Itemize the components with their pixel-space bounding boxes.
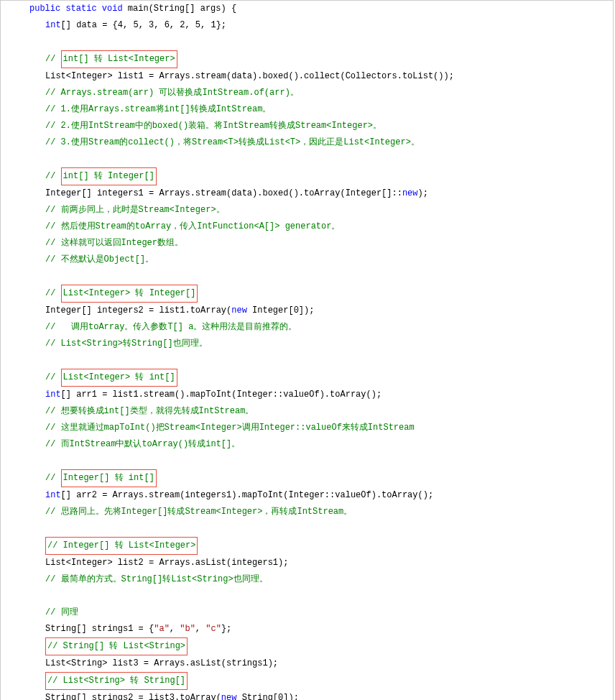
comment: // 而IntStream中默认toArray()转成int[]。 xyxy=(45,439,240,449)
keyword: new xyxy=(221,693,237,700)
code-line: // 2.使用IntStream中的boxed()装箱。将IntStream转换… xyxy=(1,118,613,134)
code-line: // 1.使用Arrays.stream将int[]转换成IntStream。 xyxy=(1,101,613,118)
highlighted-comment: List<Integer> 转 Integer[] xyxy=(61,285,198,303)
highlighted-comment: int[] 转 Integer[] xyxy=(61,167,157,185)
code-line: // Arrays.stream(arr) 可以替换成IntStream.of(… xyxy=(1,85,613,101)
code-line: int[] arr1 = list1.stream().mapToInt(Int… xyxy=(1,387,613,403)
code-line: // 这里就通过mapToInt()把Stream<Integer>调用Inte… xyxy=(1,420,613,436)
code-block: public static void main(String[] args) {… xyxy=(0,0,614,700)
code-line: String[] strings2 = list3.toArray(new St… xyxy=(1,690,613,700)
highlighted-comment: Integer[] 转 int[] xyxy=(61,469,157,487)
comment: // 这里就通过mapToInt()把Stream<Integer>调用Inte… xyxy=(45,423,415,433)
comment: // 1.使用Arrays.stream将int[]转换成IntStream。 xyxy=(45,104,271,114)
code-line: // Integer[] 转 int[] xyxy=(1,469,613,487)
comment: // xyxy=(45,54,61,64)
code-line: List<Integer> list2 = Arrays.asList(inte… xyxy=(1,555,613,571)
keyword: public xyxy=(29,4,60,14)
code-line: // 最简单的方式。String[]转List<String>也同理。 xyxy=(1,571,613,588)
code-line: // 这样就可以返回Integer数组。 xyxy=(1,235,613,252)
code-line: // 同理 xyxy=(1,604,613,621)
code-line: // 调用toArray。传入参数T[] a。这种用法是目前推荐的。 xyxy=(1,319,613,336)
comment: // xyxy=(45,171,61,181)
keyword: new xyxy=(231,305,247,316)
blank-line xyxy=(1,520,613,537)
comment: // 思路同上。先将Integer[]转成Stream<Integer>，再转成… xyxy=(45,507,352,517)
code-line: // Integer[] 转 List<Integer> xyxy=(1,537,613,555)
highlighted-comment: List<Integer> 转 int[] xyxy=(61,369,177,387)
code-line: // 而IntStream中默认toArray()转成int[]。 xyxy=(1,436,613,453)
code-line: // 想要转换成int[]类型，就得先转成IntStream。 xyxy=(1,403,613,420)
comment: // xyxy=(45,473,61,483)
code-line: List<String> list3 = Arrays.asList(strin… xyxy=(1,655,613,672)
code-line: Integer[] integers2 = list1.toArray(new … xyxy=(1,303,613,319)
comment: // List<String>转String[]也同理。 xyxy=(45,339,208,349)
blank-line xyxy=(1,34,613,50)
highlighted-comment: // List<String> 转 String[] xyxy=(45,672,188,690)
blank-line xyxy=(1,453,613,469)
comment: // 想要转换成int[]类型，就得先转成IntStream。 xyxy=(45,406,254,416)
comment: // 3.使用Stream的collect()，将Stream<T>转换成Lis… xyxy=(45,137,420,147)
string: "b" xyxy=(180,624,195,634)
keyword: static xyxy=(65,4,96,14)
code-line: // 不然默认是Object[]。 xyxy=(1,252,613,268)
comment: // Arrays.stream(arr) 可以替换成IntStream.of(… xyxy=(45,88,299,98)
comment: // xyxy=(45,372,61,382)
keyword: void xyxy=(102,4,123,14)
blank-line xyxy=(1,352,613,369)
code-line: // int[] 转 List<Integer> xyxy=(1,50,613,68)
code-line: String[] strings1 = {"a", "b", "c"}; xyxy=(1,621,613,637)
keyword: int xyxy=(45,20,61,30)
code-line: Integer[] integers1 = Arrays.stream(data… xyxy=(1,185,613,202)
code-line: // int[] 转 Integer[] xyxy=(1,167,613,185)
code-line: int[] arr2 = Arrays.stream(integers1).ma… xyxy=(1,487,613,504)
code-line: // List<Integer> 转 Integer[] xyxy=(1,285,613,303)
comment: // 调用toArray。传入参数T[] a。这种用法是目前推荐的。 xyxy=(45,322,297,332)
comment: // 2.使用IntStream中的boxed()装箱。将IntStream转换… xyxy=(45,121,382,131)
comment: // 同理 xyxy=(45,607,78,617)
keyword: new xyxy=(402,188,418,198)
comment: // 然后使用Stream的toArray，传入IntFunction<A[]>… xyxy=(45,221,340,231)
keyword: int xyxy=(45,490,61,500)
highlighted-comment: // Integer[] 转 List<Integer> xyxy=(45,537,198,555)
blank-line xyxy=(1,588,613,604)
comment: // 不然默认是Object[]。 xyxy=(45,254,154,264)
code-line: int[] data = {4, 5, 3, 6, 2, 5, 1}; xyxy=(1,17,613,34)
keyword: int xyxy=(45,390,61,400)
blank-line xyxy=(1,151,613,167)
code-line: List<Integer> list1 = Arrays.stream(data… xyxy=(1,68,613,85)
code-line: // List<String> 转 String[] xyxy=(1,672,613,690)
code-line: // 然后使用Stream的toArray，传入IntFunction<A[]>… xyxy=(1,218,613,235)
code-line: // 3.使用Stream的collect()，将Stream<T>转换成Lis… xyxy=(1,134,613,151)
code-line: // 前两步同上，此时是Stream<Integer>。 xyxy=(1,202,613,218)
highlighted-comment: // String[] 转 List<String> xyxy=(45,637,188,655)
code-line: // List<Integer> 转 int[] xyxy=(1,369,613,387)
code-line: // String[] 转 List<String> xyxy=(1,637,613,655)
comment: // xyxy=(45,288,61,298)
code-line: public static void main(String[] args) { xyxy=(1,1,613,17)
string: "a" xyxy=(154,624,170,634)
highlighted-comment: int[] 转 List<Integer> xyxy=(61,50,177,68)
comment: // 最简单的方式。String[]转List<String>也同理。 xyxy=(45,574,268,584)
comment: // 前两步同上，此时是Stream<Integer>。 xyxy=(45,205,225,215)
blank-line xyxy=(1,268,613,285)
code-line: // List<String>转String[]也同理。 xyxy=(1,336,613,352)
comment: // 这样就可以返回Integer数组。 xyxy=(45,238,183,248)
code-line: // 思路同上。先将Integer[]转成Stream<Integer>，再转成… xyxy=(1,504,613,520)
string: "c" xyxy=(205,624,221,634)
